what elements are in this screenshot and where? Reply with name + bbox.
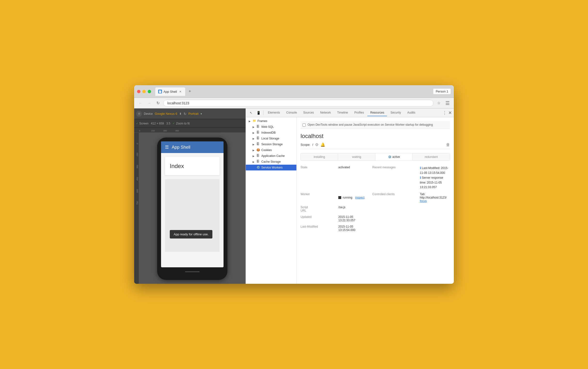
tree-app-cache[interactable]: ▶ 🗄 Application Cache [246, 153, 296, 159]
maximize-button[interactable] [148, 90, 151, 93]
cache-storage-arrow: ▶ [253, 161, 256, 163]
tree-local-storage[interactable]: ▶ 🗄 Local Storage [246, 136, 296, 141]
tree-session-storage[interactable]: ▶ 🗄 Session Storage [246, 141, 296, 147]
sw-tab-redundant[interactable]: redundant [413, 153, 450, 161]
reload-button[interactable]: ↻ [155, 100, 161, 107]
forward-button[interactable]: → [146, 100, 153, 107]
viewport-area: 0 150 300 450 600 750 ☰ App Shell [134, 133, 246, 284]
tab-network[interactable]: Network [317, 109, 334, 116]
sw-tab-active[interactable]: ⚙️ active [375, 153, 413, 161]
menu-button[interactable]: ☰ [444, 100, 451, 107]
indexeddb-icon: 🗄 [257, 131, 260, 135]
ruler-left-300: 300 [134, 157, 139, 169]
web-sql-arrow: ▶ [253, 126, 256, 128]
debug-checkbox[interactable] [302, 123, 306, 127]
session-storage-arrow: ▶ [253, 143, 256, 146]
ruler-mark-150: 150 [151, 130, 163, 132]
phone-screen: ☰ App Shell Index [161, 141, 224, 267]
mobile-icon-btn[interactable]: 📱 [255, 109, 262, 116]
host-title: localhost [300, 133, 450, 139]
devtools-checkbox-row: Open DevTools window and pause JavaScrip… [300, 121, 450, 129]
app-title-text: App Shell [172, 145, 190, 150]
index-title: Index [170, 163, 215, 169]
sw-tab-waiting-label: waiting [352, 155, 361, 159]
tab-separator [263, 110, 263, 115]
tree-cookies[interactable]: ▶ 🍪 Cookies [246, 147, 296, 153]
indexeddb-label: IndexedDB [261, 131, 294, 134]
devtools-body: ▶ 📁 Frames ▶ 🗄 Web SQL ▶ 🗄 IndexedDB [246, 117, 454, 284]
debug-checkbox-label: Open DevTools window and pause JavaScrip… [308, 123, 433, 126]
browser-tab[interactable]: 📄 App Shell ✕ [155, 87, 186, 96]
traffic-lights [137, 90, 151, 93]
profile-button[interactable]: Person 1 [433, 88, 451, 94]
cursor-icon-btn[interactable]: ↖ [248, 109, 255, 116]
device-no-btn[interactable]: ⊘ [136, 111, 142, 117]
devtools-close-button[interactable]: ✕ [448, 110, 452, 115]
worker-inspect-link[interactable]: inspect [355, 196, 364, 199]
device-orient[interactable]: Portrait [188, 112, 199, 115]
indexeddb-arrow: ▶ [253, 132, 256, 134]
new-tab-button[interactable]: + [186, 88, 193, 95]
web-sql-icon: 🗄 [257, 125, 260, 129]
tab-audits[interactable]: Audits [404, 109, 418, 116]
zoom-to-fit-checkbox[interactable]: ✓ Zoom to fit [173, 122, 190, 125]
state-label: State [300, 166, 334, 190]
device-label: Device [144, 112, 153, 115]
bookmark-button[interactable]: ☆ [435, 100, 442, 107]
focus-link[interactable]: focus [420, 199, 427, 203]
scope-value: / [312, 143, 313, 146]
service-workers-icon: ⚙️ [257, 166, 260, 169]
ruler-left-450: 450 [134, 169, 139, 181]
recent-messages-label: Recent messages [372, 166, 416, 190]
frames-icon: 📁 [253, 119, 257, 123]
sw-status-tabs: installing waiting ⚙️ active redundant [300, 153, 450, 161]
sw-active-gear-icon: ⚙️ [388, 155, 392, 159]
tree-cache-storage[interactable]: ▶ 🗄 Cache Storage [246, 159, 296, 165]
scope-bar: Scope: / ⚙ 🔔 🗑 [300, 142, 450, 149]
app-cache-arrow: ▶ [253, 155, 256, 157]
device-arrows: ⬍ [179, 112, 182, 115]
back-button[interactable]: ← [137, 100, 144, 107]
screen-checkbox[interactable]: ✓ Screen [136, 122, 148, 125]
tab-close-button[interactable]: ✕ [178, 90, 182, 93]
tab-elements[interactable]: Elements [265, 109, 283, 116]
minimize-button[interactable] [142, 90, 146, 93]
worker-stop-button[interactable] [338, 196, 341, 199]
tab-sources[interactable]: Sources [300, 109, 317, 116]
index-card: Index [165, 157, 220, 175]
more-tabs-button[interactable]: ⋮ [442, 110, 448, 115]
phone-bottom [161, 267, 224, 276]
tab-bar: 📄 App Shell ✕ + Person 1 [155, 87, 451, 96]
close-button[interactable] [137, 90, 140, 93]
updated-label: Updated [300, 215, 334, 222]
browser-window: 📄 App Shell ✕ + Person 1 ← → ↻ localhost… [134, 85, 454, 284]
scope-settings-icon[interactable]: ⚙ [315, 142, 319, 147]
tab-resources[interactable]: Resources [367, 109, 387, 116]
tab-security[interactable]: Security [387, 109, 404, 116]
session-storage-label: Session Storage [261, 143, 294, 146]
scope-bell-icon[interactable]: 🔔 [320, 142, 325, 147]
device-refresh-icon[interactable]: ↻ [184, 112, 186, 116]
controlled-clients-value: Tab: http://localhost:3123/ focus [420, 193, 450, 203]
tree-web-sql[interactable]: ▶ 🗄 Web SQL [246, 124, 296, 130]
scope-delete-icon[interactable]: 🗑 [446, 143, 450, 147]
sw-tab-active-label: active [392, 155, 400, 159]
frames-arrow: ▶ [249, 120, 252, 123]
devtools-panel: ↖ 📱 Elements Console Sources Network Tim… [246, 108, 454, 284]
worker-label: Worker [300, 193, 334, 203]
tab-console[interactable]: Console [283, 109, 300, 116]
tree-frames[interactable]: ▶ 📁 Frames [246, 118, 296, 124]
recent-msg-row-1: ℹ Last-Modified: 2015-11-05 13:15:54.000 [420, 166, 450, 175]
sw-tab-waiting[interactable]: waiting [338, 153, 375, 161]
session-storage-icon: 🗄 [257, 142, 260, 146]
tab-profiles[interactable]: Profiles [351, 109, 367, 116]
tree-indexeddb[interactable]: ▶ 🗄 IndexedDB [246, 130, 296, 136]
title-bar: 📄 App Shell ✕ + Person 1 [134, 85, 454, 98]
toast-text: App ready for offline use. [174, 232, 208, 236]
sw-tab-installing[interactable]: installing [301, 153, 338, 161]
tree-service-workers[interactable]: ⚙️ Service Workers [246, 165, 296, 170]
recent-msg-2: Server response time: 2015-11-05 13:21:3… [420, 176, 443, 189]
address-bar[interactable]: localhost:3123 [163, 100, 433, 107]
tab-timeline[interactable]: Timeline [334, 109, 351, 116]
tab-title: App Shell [164, 90, 177, 93]
